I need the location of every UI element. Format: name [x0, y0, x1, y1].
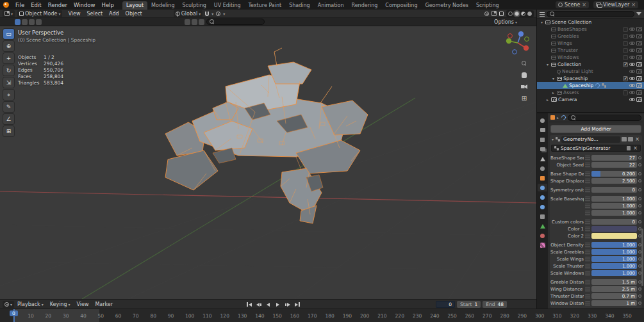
menu-keying[interactable]: Keying ▾ — [47, 302, 74, 307]
material-preview-icon[interactable] — [521, 12, 525, 16]
workspace-tab-animation[interactable]: Animation — [314, 1, 348, 10]
disable-in-render-icon[interactable] — [636, 83, 642, 88]
disclosure-triangle-icon[interactable]: ▾ — [551, 76, 556, 81]
transform-orientation-dropdown[interactable]: Global ▾ — [174, 10, 203, 17]
node-group-selector[interactable]: SpaceShipGenerator × — [551, 145, 641, 152]
outliner-row-windows[interactable]: Windows — [537, 54, 644, 61]
attribute-toggle-icon[interactable] — [585, 211, 590, 216]
attribute-toggle-icon[interactable] — [585, 220, 590, 225]
unlink-node-group-icon[interactable]: × — [632, 146, 638, 151]
menu-file[interactable]: File — [12, 1, 28, 9]
remove-modifier-icon[interactable]: × — [634, 137, 640, 142]
checkbox-checked-icon[interactable] — [623, 76, 628, 81]
show-gizmo-icon[interactable] — [484, 12, 489, 16]
checkbox-icon[interactable] — [623, 34, 628, 39]
scene-properties-tab[interactable] — [538, 155, 547, 163]
attribute-toggle-icon[interactable] — [585, 257, 590, 262]
options-dropdown[interactable]: Options ▾ — [492, 19, 519, 26]
value-slider[interactable]: 0 — [591, 187, 637, 193]
value-slider[interactable]: 0 — [591, 219, 637, 225]
checkbox-icon[interactable] — [623, 41, 628, 46]
jump-start-button[interactable] — [245, 301, 253, 308]
attribute-toggle-icon[interactable] — [585, 271, 590, 276]
attribute-toggle-icon[interactable] — [585, 197, 590, 202]
scale-tool[interactable]: ⇲ — [3, 77, 14, 88]
attribute-toggle-icon[interactable] — [585, 301, 590, 306]
add-modifier-button[interactable]: Add Modifier — [550, 125, 641, 133]
pan-hand-icon[interactable] — [522, 72, 527, 78]
rotate-tool[interactable]: ↻ — [3, 65, 14, 76]
checkbox-checked-icon[interactable] — [623, 62, 628, 67]
solid-shading-icon[interactable] — [515, 12, 519, 16]
hide-in-viewport-icon[interactable] — [629, 33, 635, 39]
show-overlays-icon[interactable] — [491, 11, 497, 16]
value-slider[interactable]: 22 — [591, 162, 637, 168]
rendered-shading-icon[interactable] — [527, 12, 532, 16]
timeline-ruler[interactable]: 1020304050607080901001101201301401501601… — [0, 309, 644, 322]
value-slider[interactable]: 1.000 — [591, 249, 637, 255]
hide-in-viewport-icon[interactable] — [629, 47, 635, 53]
panel-disclosure-icon[interactable]: ▾ — [552, 137, 554, 141]
display-edit-mode-icon[interactable] — [622, 137, 627, 141]
3d-viewport[interactable]: ▭⊕+↻⇲⌖✎∠⊞ User Perspective (0) Scene Col… — [0, 26, 536, 299]
camera-view-icon[interactable] — [521, 85, 527, 89]
header-icon[interactable] — [192, 19, 197, 25]
texture-properties-tab[interactable] — [538, 241, 547, 249]
jump-end-button[interactable] — [293, 301, 301, 308]
color-swatch[interactable] — [591, 226, 637, 232]
value-slider[interactable]: 1.000 — [591, 203, 637, 209]
measure-tool[interactable]: ∠ — [3, 114, 14, 124]
menu-edit[interactable]: Edit — [28, 1, 44, 9]
navigation-gizmo[interactable] — [504, 29, 531, 57]
timeline-editor-type-button[interactable]: ▾ — [3, 301, 14, 308]
select-box-tool[interactable]: ▭ — [3, 29, 14, 39]
next-keyframe-button[interactable] — [283, 301, 292, 308]
value-slider[interactable]: 0.7 m — [591, 293, 637, 299]
unlink-view-layer-icon[interactable]: × — [631, 3, 636, 8]
attribute-toggle-icon[interactable] — [585, 179, 590, 184]
modifier-breadcrumb-icon[interactable] — [561, 115, 567, 121]
attribute-toggle-icon[interactable] — [585, 204, 590, 209]
select-mode-new-icon[interactable] — [15, 19, 21, 25]
outliner-row-collection[interactable]: ▾Collection — [537, 61, 644, 68]
menu-object[interactable]: Object — [122, 11, 145, 17]
select-mode-subtract-icon[interactable] — [29, 19, 35, 25]
prev-keyframe-button[interactable] — [254, 301, 263, 308]
viewport-search-input[interactable] — [217, 19, 261, 25]
outliner-row-thruster[interactable]: Thruster — [537, 47, 644, 54]
hide-in-viewport-icon[interactable] — [629, 90, 635, 95]
output-properties-tab[interactable] — [538, 136, 547, 143]
value-slider[interactable]: 0.200 — [591, 171, 637, 177]
modifier-properties-tab[interactable] — [538, 184, 547, 191]
mode-selector[interactable]: Object Mode ▾ — [17, 10, 62, 17]
disable-in-render-icon[interactable] — [636, 34, 642, 38]
hide-in-viewport-icon[interactable] — [629, 26, 635, 32]
value-slider[interactable]: 1.000 — [591, 242, 637, 248]
editor-type-button[interactable]: ▾ — [3, 10, 15, 17]
particles-properties-tab[interactable] — [538, 193, 547, 201]
outliner-row-camera[interactable]: ▸Camera — [537, 96, 644, 103]
properties-search-box[interactable] — [568, 115, 641, 121]
toggle-xray-icon[interactable] — [499, 12, 504, 16]
disable-in-render-icon[interactable] — [636, 55, 642, 60]
outliner-row-spaceship[interactable]: ▾Spaceship — [537, 75, 644, 82]
hide-in-viewport-icon[interactable] — [629, 40, 635, 46]
menu-window[interactable]: Window — [70, 1, 99, 9]
value-slider[interactable]: 27 — [591, 155, 637, 161]
hide-in-viewport-icon[interactable] — [629, 76, 635, 81]
attribute-toggle-icon[interactable] — [585, 156, 590, 161]
value-slider[interactable]: 2.5 m — [591, 286, 637, 292]
value-slider[interactable]: 1.000 — [591, 256, 637, 262]
attribute-toggle-icon[interactable] — [585, 287, 590, 292]
annotate-tool[interactable]: ✎ — [3, 102, 14, 112]
disclosure-triangle-icon[interactable]: ▾ — [540, 20, 544, 24]
outliner-row-wings[interactable]: Wings — [537, 40, 644, 47]
value-slider[interactable]: 1.000 — [591, 263, 637, 269]
material-properties-tab[interactable] — [538, 232, 547, 239]
physics-properties-tab[interactable] — [538, 203, 547, 211]
outliner-row-greebles[interactable]: Greebles — [537, 33, 644, 40]
workspace-tab-layout[interactable]: Layout — [122, 1, 147, 10]
outliner-row-spaceship[interactable]: Spaceship — [537, 82, 644, 89]
menu-view[interactable]: View — [73, 302, 92, 307]
move-tool[interactable]: + — [3, 53, 14, 63]
